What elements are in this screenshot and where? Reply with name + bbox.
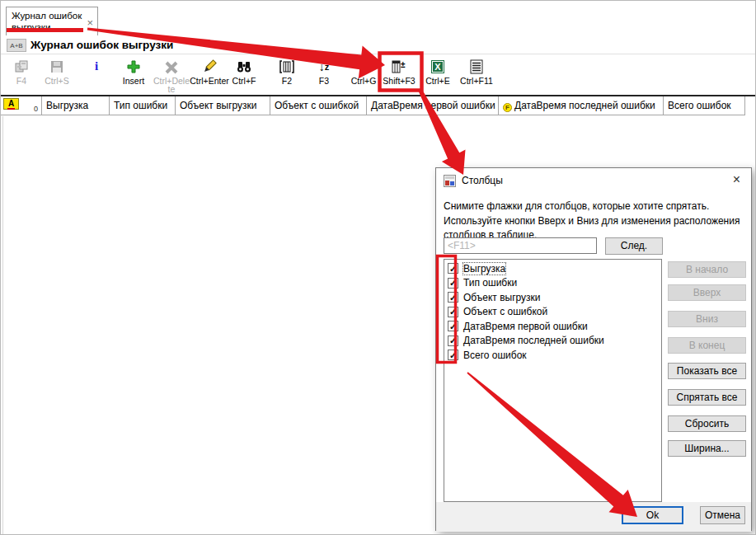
list-item[interactable]: ✓ Всего ошибок	[444, 348, 661, 363]
dialog-close-icon[interactable]: ×	[733, 172, 740, 187]
add-icon	[115, 57, 153, 76]
checkbox-checked[interactable]: ✓	[448, 263, 458, 274]
show-all-button[interactable]: Показать все	[668, 363, 746, 379]
grid-left-border	[2, 116, 3, 535]
search-input[interactable]	[444, 237, 597, 254]
checkbox-checked[interactable]: ✓	[448, 350, 458, 360]
checkbox-checked[interactable]: ✓	[448, 278, 458, 289]
form-icon	[2, 57, 40, 76]
toolbar-button-excel[interactable]: X Ctrl+E	[419, 57, 457, 95]
toolbar-button-column-setup[interactable]: ± Shift+F3	[380, 57, 418, 95]
toolbar-button-find[interactable]: Ctrl+F	[225, 57, 263, 95]
reset-button[interactable]: Сбросить	[668, 415, 746, 432]
page-title: Журнал ошибок выгрузки	[31, 39, 173, 51]
dialog-titlebar[interactable]: Столбцы ×	[436, 168, 751, 193]
list-item[interactable]: ✓ Объект выгрузки	[444, 290, 661, 305]
dialog-title: Столбцы	[462, 175, 503, 186]
list-item[interactable]: ✓ ДатаВремя последней ошибки	[444, 334, 661, 349]
view-type-badge: A+B	[7, 39, 26, 52]
move-first-button[interactable]: В начало	[668, 261, 746, 278]
ok-button[interactable]: Ok	[622, 506, 683, 524]
toolbar-label: Insert	[110, 77, 157, 85]
checkbox-checked[interactable]: ✓	[448, 336, 458, 346]
checkbox-checked[interactable]: ✓	[448, 292, 458, 303]
hide-all-button[interactable]: Спрятать все	[668, 389, 746, 406]
edit-icon	[190, 57, 228, 76]
tab-close-icon[interactable]: ×	[87, 18, 93, 28]
column-header[interactable]: FДатаВремя последней ошибки	[499, 96, 664, 115]
checkbox-checked[interactable]: ✓	[448, 321, 458, 331]
delete-icon	[153, 57, 190, 76]
application-window: Журнал ошибок выгрузки × A+B Журнал ошиб…	[0, 0, 756, 535]
next-button[interactable]: След.	[605, 237, 663, 255]
toolbar-button-info[interactable]: i	[77, 57, 115, 95]
toolbar-button-filter-columns[interactable]: F2	[268, 57, 306, 95]
list-item[interactable]: ✓ Выгрузка	[444, 261, 661, 276]
toolbar-button-add[interactable]: Insert	[115, 57, 153, 95]
cancel-button[interactable]: Отмена	[700, 506, 745, 524]
columns-dialog: Столбцы × Снимите флажки для столбцов, к…	[435, 167, 752, 531]
toolbar-label: Ctrl+S	[33, 77, 81, 85]
tab-title-line2: выгрузки	[12, 21, 92, 33]
toolbar-button-form[interactable]: F4	[2, 57, 40, 95]
toolbar-button-list[interactable]: Ctrl+F11	[458, 57, 495, 95]
totals-icon: Σ	[345, 57, 383, 76]
grid-selector-cell[interactable]: A 0	[1, 96, 42, 115]
dialog-description: Снимите флажки для столбцов, которые хот…	[444, 199, 750, 243]
list-item[interactable]: ✓ ДатаВремя первой ошибки	[444, 319, 661, 334]
toolbar-button-save[interactable]: Ctrl+S	[38, 57, 76, 95]
toolbar-button-delete[interactable]: Ctrl+Delete	[153, 57, 190, 95]
find-icon	[225, 57, 263, 76]
list-item[interactable]: ✓ Тип ошибки	[444, 276, 661, 291]
sort-marker-a-icon: A	[3, 98, 19, 110]
move-up-button[interactable]: Вверх	[668, 284, 746, 301]
dialog-form-icon	[444, 175, 456, 187]
row-count: 0	[34, 105, 38, 113]
tab-title-line1: Журнал ошибок	[12, 10, 92, 21]
width-button[interactable]: Ширина...	[668, 440, 746, 457]
toolbar-button-edit[interactable]: Ctrl+Enter	[190, 57, 228, 95]
column-setup-icon: ±	[380, 57, 418, 76]
excel-icon: X	[419, 57, 457, 76]
toolbar-label: Ctrl+F11	[453, 77, 500, 85]
save-icon	[38, 57, 76, 76]
toolbar-button-totals[interactable]: Σ Ctrl+G	[345, 57, 383, 95]
column-header[interactable]: Выгрузка	[42, 96, 110, 115]
tab-error-journal[interactable]: Журнал ошибок выгрузки ×	[6, 7, 98, 35]
column-header[interactable]: Объект выгрузки	[176, 96, 270, 115]
filter-columns-icon	[268, 57, 306, 76]
toolbar-separator	[1, 54, 756, 54]
checkbox-checked[interactable]: ✓	[448, 307, 458, 317]
move-last-button[interactable]: В конец	[668, 337, 746, 354]
function-marker-icon: F	[503, 103, 512, 112]
column-header[interactable]: Объект с ошибкой	[270, 96, 367, 115]
svg-text:±: ±	[401, 60, 406, 69]
list-icon	[458, 57, 495, 76]
list-item[interactable]: ✓ Объект с ошибкой	[444, 305, 661, 320]
columns-listbox[interactable]: ✓ Выгрузка ✓ Тип ошибки ✓ Объект выгрузк…	[444, 259, 662, 502]
column-header[interactable]: Всего ошибок	[664, 96, 745, 115]
move-down-button[interactable]: Вниз	[668, 311, 746, 327]
info-icon: i	[77, 57, 115, 76]
toolbar-label: Ctrl+F	[220, 77, 268, 85]
column-header[interactable]: Тип ошибки	[110, 96, 176, 115]
toolbar-button-sort[interactable]: ↓z F3	[305, 57, 343, 95]
svg-text:X: X	[434, 62, 441, 72]
sort-icon: ↓z	[305, 57, 343, 76]
column-header[interactable]: ДатаВремя первой ошибки	[367, 96, 499, 115]
